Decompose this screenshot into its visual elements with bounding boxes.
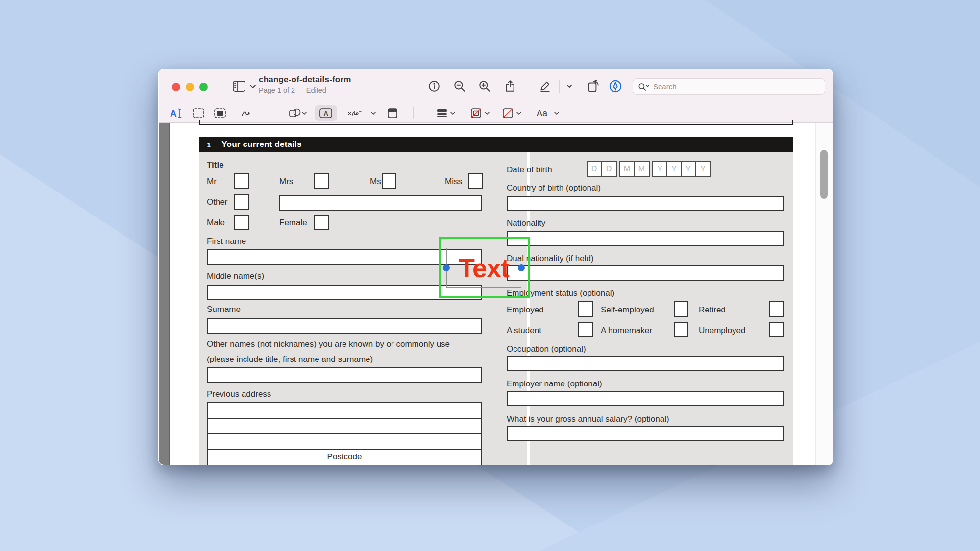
rectangular-selection-tool-button[interactable] (192, 108, 205, 119)
chevron-down-icon (485, 111, 490, 115)
surname-input[interactable] (207, 318, 482, 334)
text-selection-icon: A (169, 107, 184, 119)
note-tool-button[interactable] (387, 107, 398, 119)
address-row-divider (208, 418, 481, 419)
chevron-down-icon (450, 111, 456, 115)
dob-cell[interactable]: Y (682, 162, 696, 176)
scrollbar-thumb[interactable] (820, 150, 828, 199)
highlight-button[interactable] (539, 80, 552, 93)
signature-chevron-button[interactable] (371, 111, 376, 115)
shapes-chevron-button[interactable] (302, 111, 307, 115)
border-color-button[interactable] (470, 107, 483, 119)
minimize-button[interactable] (186, 83, 194, 91)
retired-checkbox[interactable] (769, 301, 784, 317)
markup-toolbar-toggle-button[interactable] (609, 79, 622, 93)
text-selection-tool-button[interactable]: A (169, 107, 184, 119)
mr-checkbox[interactable] (234, 173, 249, 189)
document-subtitle: Page 1 of 2 — Edited (259, 86, 351, 94)
unemployed-checkbox[interactable] (769, 322, 784, 337)
line-weight-button[interactable] (436, 108, 448, 119)
homemaker-checkbox[interactable] (674, 322, 688, 337)
svg-text:A: A (324, 110, 329, 117)
mrs-checkbox[interactable] (314, 173, 329, 189)
female-label: Female (279, 218, 307, 228)
occupation-input[interactable] (507, 356, 784, 371)
signature-tool-button[interactable] (347, 108, 363, 119)
fill-color-icon (502, 107, 514, 119)
textbox-icon: A (318, 107, 333, 119)
chevron-down-icon (566, 84, 572, 88)
annotation-text[interactable]: Text (459, 253, 509, 283)
title-section-label: Title (207, 160, 224, 170)
share-icon (504, 80, 516, 93)
other-checkbox[interactable] (234, 194, 249, 210)
male-label: Male (207, 218, 225, 228)
highlight-chevron-button[interactable] (566, 84, 572, 88)
zoom-out-icon (453, 80, 466, 93)
dob-cell[interactable]: D (588, 162, 602, 176)
miss-checkbox[interactable] (468, 173, 483, 189)
dob-cell[interactable]: Y (696, 162, 710, 176)
fill-color-button[interactable] (502, 107, 514, 119)
text-style-chevron-button[interactable] (554, 111, 560, 115)
scrollbar-track[interactable] (815, 123, 833, 465)
dob-year-group[interactable]: Y Y Y Y (652, 161, 711, 177)
border-color-chevron-button[interactable] (485, 111, 490, 115)
annotation-resize-handle-left[interactable] (443, 264, 450, 271)
info-icon (428, 80, 441, 93)
text-style-button[interactable]: Aa (537, 108, 547, 118)
employed-checkbox[interactable] (578, 301, 593, 317)
section-number: 1 (207, 141, 211, 149)
dob-cell[interactable]: Y (653, 162, 667, 176)
highlighter-icon (539, 80, 552, 93)
zoom-in-button[interactable] (478, 80, 491, 93)
line-weight-chevron-button[interactable] (450, 111, 456, 115)
female-checkbox[interactable] (314, 215, 329, 230)
employer-name-input[interactable] (507, 391, 784, 406)
other-title-input[interactable] (279, 195, 482, 211)
zoom-out-button[interactable] (453, 80, 466, 93)
sidebar-toggle-button[interactable] (232, 80, 247, 93)
occupation-label: Occupation (optional) (507, 344, 586, 354)
info-button[interactable] (428, 80, 441, 93)
line-weight-icon (436, 108, 448, 119)
dob-cell[interactable]: M (635, 162, 649, 176)
zoom-window-button[interactable] (199, 83, 208, 91)
sidebar-chevron-button[interactable] (249, 84, 256, 89)
sketch-tool-button[interactable] (241, 108, 253, 119)
text-annotation-box[interactable]: Text (446, 248, 521, 288)
nationality-input[interactable] (507, 231, 784, 246)
dob-day-group[interactable]: D D (587, 161, 617, 177)
student-label: A student (507, 326, 541, 335)
chevron-down-icon (302, 111, 307, 115)
shapes-tool-button[interactable] (288, 107, 302, 119)
zoom-in-icon (478, 80, 491, 93)
student-checkbox[interactable] (578, 322, 593, 337)
rotate-button[interactable] (587, 79, 600, 93)
dob-cell[interactable]: M (620, 162, 635, 176)
fill-color-chevron-button[interactable] (516, 111, 522, 115)
textbox-tool-button[interactable]: A (318, 107, 333, 119)
toolbar-divider (413, 107, 414, 119)
share-button[interactable] (504, 80, 516, 93)
country-of-birth-label: Country of birth (optional) (507, 183, 601, 193)
close-button[interactable] (172, 83, 180, 91)
ms-checkbox[interactable] (382, 173, 396, 189)
postcode-label: Postcode (207, 452, 482, 462)
self-employed-checkbox[interactable] (674, 301, 688, 317)
salary-input[interactable] (507, 426, 784, 441)
search-input[interactable]: Search (633, 78, 825, 95)
dob-cell[interactable]: D (602, 162, 616, 176)
chevron-down-icon (554, 111, 560, 115)
other-names-input[interactable] (207, 367, 482, 383)
redact-tool-button[interactable] (214, 108, 226, 119)
dob-cell[interactable]: Y (667, 162, 682, 176)
annotation-resize-handle-right[interactable] (518, 264, 525, 271)
male-checkbox[interactable] (234, 215, 249, 230)
country-of-birth-input[interactable] (507, 196, 784, 211)
dual-nationality-input[interactable] (507, 265, 784, 281)
desktop-background: change-of-details-form Page 1 of 2 — Edi… (0, 0, 980, 551)
signature-icon (347, 108, 363, 119)
title-bar: change-of-details-form Page 1 of 2 — Edi… (159, 69, 833, 103)
dob-month-group[interactable]: M M (619, 161, 650, 177)
